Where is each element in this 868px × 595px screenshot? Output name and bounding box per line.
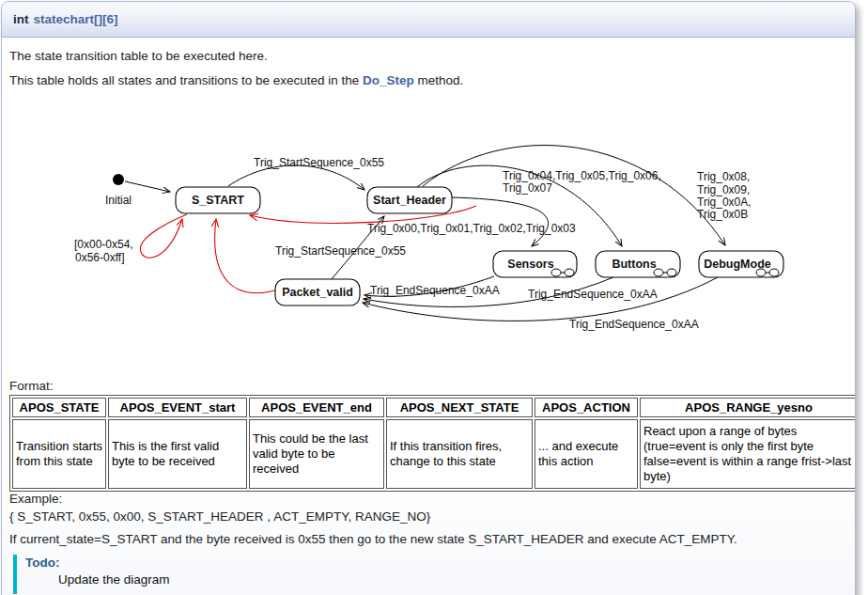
description-line-1: The state transition table to be execute… — [9, 49, 268, 63]
example-label: Example: — [9, 490, 430, 508]
format-table-row: Transition starts from this state This i… — [12, 419, 856, 489]
label-debug-trigs-3: Trig_0x0A, — [697, 196, 752, 209]
col-header-apos-state: APOS_STATE — [12, 398, 106, 417]
label-buttons-trigs-1: Trig_0x04,Trig_0x05,Trig_0x06, — [503, 169, 661, 182]
col-header-apos-event-start: APOS_EVENT_start — [108, 398, 247, 417]
cell-apos-event-end: This could be the last valid byte to be … — [249, 419, 384, 489]
label-debug-trigs-2: Trig_0x09, — [697, 183, 750, 196]
label-range-loop-1: [0x00-0x54, — [74, 238, 133, 251]
initial-state-dot — [113, 174, 124, 185]
label-range-loop-2: 0x56-0xff] — [75, 251, 124, 264]
member-type: int — [13, 12, 29, 26]
initial-state-label: Initial — [105, 194, 132, 207]
edge-sstart-self-loop — [140, 214, 187, 258]
label-end-sequence-2: Trig_EndSequence_0xAA — [528, 288, 658, 301]
example-code: { S_START, 0x55, 0x00, S_START_HEADER , … — [9, 508, 430, 525]
label-debug-trigs-1: Trig_0x08, — [697, 170, 750, 183]
format-table: APOS_STATE APOS_EVENT_start APOS_EVENT_e… — [9, 395, 856, 492]
description-line-2: This table holds all states and transiti… — [9, 73, 463, 87]
member-title-bar: int statechart[][6] — [2, 2, 855, 38]
col-header-apos-event-end: APOS_EVENT_end — [249, 398, 384, 417]
label-end-sequence-3: Trig_EndSequence_0xAA — [569, 318, 699, 331]
explanation-text: If current_state=S_START and the byte re… — [9, 532, 737, 546]
edge-initial-to-sstart — [125, 181, 170, 192]
cell-apos-event-start: This is the first valid byte to be recei… — [108, 419, 247, 489]
state-label-sensors: Sensors — [507, 258, 553, 271]
state-label-buttons: Buttons — [612, 258, 656, 271]
do-step-link[interactable]: Do_Step — [363, 73, 414, 87]
state-label-debugmode: DebugMode — [704, 258, 771, 271]
cell-apos-state: Transition starts from this state — [12, 419, 106, 489]
statechart-diagram: Initial — [2, 94, 856, 376]
member-doc-panel: int statechart[][6] The state transition… — [1, 1, 856, 595]
edge-packetvalid-to-sstart — [215, 219, 275, 293]
label-start-sequence-top: Trig_StartSequence_0x55 — [254, 156, 384, 169]
cell-apos-range-yesno: React upon a range of bytes (true=event … — [640, 419, 856, 489]
description-line-2-suffix: method. — [414, 73, 464, 87]
label-debug-trigs-4: Trig_0x0B — [697, 208, 748, 221]
state-label-start-header: Start_Header — [373, 194, 446, 207]
label-buttons-trigs-2: Trig_0x07 — [503, 181, 552, 195]
label-start-sequence-mid: Trig_StartSequence_0x55 — [275, 244, 406, 258]
col-header-apos-action: APOS_ACTION — [535, 398, 638, 417]
format-table-header-row: APOS_STATE APOS_EVENT_start APOS_EVENT_e… — [12, 398, 856, 417]
member-doc-body: The state transition table to be execute… — [2, 38, 855, 595]
col-header-apos-range-yesno: APOS_RANGE_yesno — [640, 398, 856, 417]
todo-section: Todo: Update the diagram — [13, 555, 170, 594]
state-label-s-start: S_START — [192, 194, 244, 207]
example-block: Example: { S_START, 0x55, 0x00, S_START_… — [9, 490, 430, 525]
cell-apos-action: ... and execute this action — [535, 419, 638, 489]
member-name: statechart[][6] — [34, 12, 118, 26]
todo-label: Todo: — [25, 556, 170, 570]
label-end-sequence-1: Trig_EndSequence_0xAA — [370, 284, 500, 297]
format-label: Format: — [9, 379, 54, 393]
cell-apos-next-state: If this transition fires, change to this… — [386, 419, 533, 489]
state-label-packet-valid: Packet_valid — [282, 286, 353, 299]
substate-icon — [667, 269, 676, 276]
todo-text: Update the diagram — [58, 572, 170, 587]
label-sensors-trigs: Trig_0x00,Trig_0x01,Trig_0x02,Trig_0x03 — [367, 222, 576, 235]
col-header-apos-next-state: APOS_NEXT_STATE — [386, 398, 533, 417]
substate-icon — [565, 269, 574, 276]
description-line-2-prefix: This table holds all states and transiti… — [9, 73, 363, 87]
